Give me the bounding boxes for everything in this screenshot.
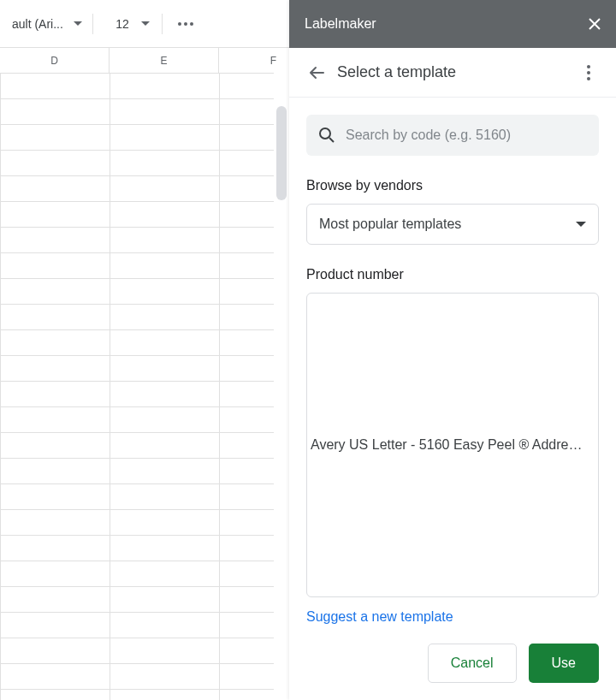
cell[interactable] <box>220 459 287 483</box>
cell[interactable] <box>1 638 110 663</box>
cell[interactable] <box>220 382 287 406</box>
panel-more-button[interactable] <box>572 56 606 90</box>
cell[interactable] <box>110 638 220 663</box>
cell[interactable] <box>1 382 110 406</box>
cell[interactable] <box>1 690 110 700</box>
cell[interactable] <box>110 253 220 278</box>
cell[interactable] <box>1 356 110 381</box>
cell[interactable] <box>1 536 110 561</box>
back-button[interactable] <box>299 56 334 90</box>
table-row <box>0 690 274 700</box>
cell[interactable] <box>220 202 287 227</box>
cell[interactable] <box>110 484 220 509</box>
cell[interactable] <box>110 356 220 381</box>
cell[interactable] <box>1 202 110 227</box>
cell[interactable] <box>1 228 110 252</box>
product-item-5160[interactable]: Avery US Letter - 5160 Easy Peel ® Addre… <box>311 432 598 458</box>
cell[interactable] <box>1 253 110 278</box>
font-family-dropdown[interactable]: ault (Ari... <box>7 10 87 38</box>
cell[interactable] <box>110 125 220 150</box>
cell[interactable] <box>1 664 110 689</box>
column-header-e[interactable]: E <box>110 48 219 73</box>
cell[interactable] <box>220 587 287 612</box>
cell[interactable] <box>110 202 220 227</box>
cell[interactable] <box>110 664 220 689</box>
cancel-button[interactable]: Cancel <box>428 644 517 683</box>
cell[interactable] <box>1 587 110 612</box>
cell[interactable] <box>110 407 220 432</box>
cell[interactable] <box>1 484 110 509</box>
cell[interactable] <box>220 638 287 663</box>
cell[interactable] <box>220 407 287 432</box>
suggest-template-link[interactable]: Suggest a new template <box>306 609 599 625</box>
cell[interactable] <box>110 613 220 638</box>
cell[interactable] <box>220 253 287 278</box>
search-input[interactable] <box>346 128 587 143</box>
cell[interactable] <box>110 587 220 612</box>
cell[interactable] <box>220 690 287 700</box>
cell[interactable] <box>1 74 110 98</box>
cell[interactable] <box>220 74 287 98</box>
more-toolbar-button[interactable] <box>168 10 204 38</box>
cell[interactable] <box>220 510 287 535</box>
cell[interactable] <box>220 228 287 252</box>
chevron-down-icon <box>74 21 82 27</box>
cell[interactable] <box>1 561 110 586</box>
cell[interactable] <box>1 613 110 638</box>
cell[interactable] <box>1 176 110 201</box>
cell[interactable] <box>110 176 220 201</box>
search-box[interactable] <box>306 115 599 156</box>
cell[interactable] <box>220 561 287 586</box>
svg-point-6 <box>320 128 330 139</box>
cell[interactable] <box>110 305 220 329</box>
cell[interactable] <box>1 305 110 329</box>
cell[interactable] <box>110 382 220 406</box>
table-row <box>0 279 274 305</box>
cell[interactable] <box>110 433 220 458</box>
cell[interactable] <box>1 459 110 483</box>
cell[interactable] <box>220 484 287 509</box>
cell[interactable] <box>1 407 110 432</box>
cell[interactable] <box>1 330 110 355</box>
cell[interactable] <box>110 459 220 483</box>
panel-subheader: Select a template <box>289 48 616 98</box>
cell[interactable] <box>1 279 110 304</box>
cell[interactable] <box>110 228 220 252</box>
cell[interactable] <box>110 99 220 124</box>
panel-title-text: Labelmaker <box>305 16 376 32</box>
close-panel-button[interactable] <box>589 18 601 30</box>
cell[interactable] <box>110 74 220 98</box>
cell[interactable] <box>110 561 220 586</box>
cell[interactable] <box>110 279 220 304</box>
font-size-dropdown[interactable]: 12 <box>98 10 157 38</box>
cell[interactable] <box>1 99 110 124</box>
cell[interactable] <box>220 536 287 561</box>
panel-body: Browse by vendors Most popular templates… <box>289 98 616 700</box>
cell[interactable] <box>1 433 110 458</box>
column-header-f[interactable]: F <box>219 48 287 73</box>
cell[interactable] <box>1 151 110 175</box>
cell[interactable] <box>110 536 220 561</box>
cell[interactable] <box>110 151 220 175</box>
table-row <box>0 330 274 356</box>
cell[interactable] <box>110 330 220 355</box>
cell[interactable] <box>220 305 287 329</box>
cell[interactable] <box>110 690 220 700</box>
cell[interactable] <box>220 356 287 381</box>
chevron-down-icon <box>141 21 150 27</box>
cell[interactable] <box>220 330 287 355</box>
cell[interactable] <box>220 664 287 689</box>
cell[interactable] <box>220 279 287 304</box>
vendor-select[interactable]: Most popular templates <box>306 204 599 245</box>
cell[interactable] <box>1 510 110 535</box>
cell[interactable] <box>110 510 220 535</box>
cell[interactable] <box>220 613 287 638</box>
vertical-scrollbar-thumb[interactable] <box>276 106 287 200</box>
product-number-label: Product number <box>306 267 599 282</box>
column-header-d[interactable]: D <box>0 48 110 73</box>
cell[interactable] <box>220 433 287 458</box>
use-button[interactable]: Use <box>529 644 599 683</box>
toolbar-separator <box>92 14 93 34</box>
cell[interactable] <box>1 125 110 150</box>
product-list[interactable]: Avery US Letter - 5160 Easy Peel ® Addre… <box>306 293 599 597</box>
